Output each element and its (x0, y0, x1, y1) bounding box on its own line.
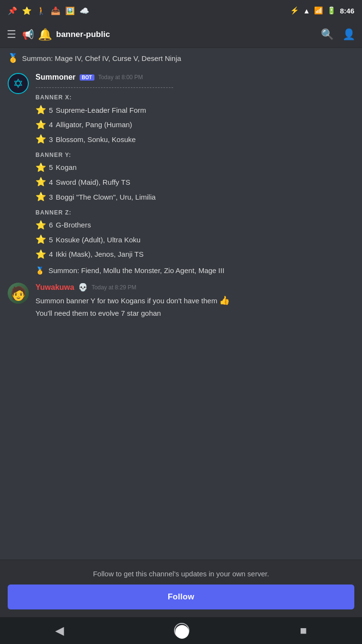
status-bar: 📌 ⭐ 🚶 📥 🖼️ ☁️ ⚡ ▲ 📶 🔋 8:46 (0, 0, 362, 21)
summoner-timestamp: Today at 8:00 PM (98, 74, 143, 81)
banner-y-label: BANNER Y: (35, 152, 354, 158)
wifi-icon: ▲ (303, 7, 310, 15)
banner-y-item-1: ⭐ 5 Kogan (35, 160, 354, 175)
bluetooth-icon: ⚡ (290, 6, 299, 15)
summon-inline-text: Summon: Fiend, Mollu the Monster, Zio Ag… (48, 266, 224, 274)
channel-info: 📢 🔔 banner-public (22, 28, 315, 41)
summoner-message-content: Summoner BOT Today at 8:00 PM ----------… (35, 73, 354, 275)
banner-x-item-1-text: Supreme-Leader Final Form (56, 104, 146, 117)
search-icon[interactable]: 🔍 (321, 28, 334, 41)
divider-line: ----------------------------------------… (35, 83, 354, 91)
summon-inline: 🥇 Summon: Fiend, Mollu the Monster, Zio … (35, 266, 354, 275)
summoner-username: Summoner (35, 73, 76, 82)
banner-y-item-2-text: Sword (Maid), Ruffy TS (56, 176, 130, 189)
bald-man-icon: 🧑 (10, 286, 27, 301)
toolbar-actions: 🔍 👤 (321, 28, 355, 41)
banner-z-item-1-text: G-Brothers (56, 219, 91, 231)
cloud-icon: ☁️ (80, 6, 89, 15)
star-icon-z3: ⭐ (35, 247, 46, 262)
yuwakuwa-message-content: Yuwakuwa 💀 Today at 8:29 PM Summon banne… (35, 283, 354, 319)
banner-x-item-3-text: Blossom, Sonku, Kosuke (56, 133, 136, 146)
star-of-david-icon: ✡ (13, 76, 23, 91)
banner-z-section: BANNER Z: ⭐ 6 G-Brothers ⭐ 5 Kosuke (Adu… (35, 209, 354, 262)
yuwakuwa-avatar: 🧑 (8, 283, 29, 304)
follow-button[interactable]: Follow (8, 584, 354, 609)
summoner-avatar: ✡ (8, 73, 29, 94)
banner-y-item-2: ⭐ 4 Sword (Maid), Ruffy TS (35, 175, 354, 190)
yuwakuwa-timestamp: Today at 8:29 PM (92, 284, 136, 291)
banner-y-item-2-stars: 4 (49, 176, 53, 189)
status-bar-right: ⚡ ▲ 📶 🔋 8:46 (290, 6, 354, 15)
top-summon-text: Summon: Mage IV, Chef IV, Curse V, Deser… (22, 54, 181, 62)
image-icon: 🖼️ (65, 6, 75, 15)
bell-icon: 🔔 (38, 28, 52, 41)
download-icon: 📥 (51, 6, 60, 15)
banner-y-item-1-text: Kogan (56, 161, 76, 174)
back-button[interactable]: ◀ (55, 624, 64, 637)
banner-x-item-1: ⭐ 5 Supreme-Leader Final Form (35, 103, 354, 118)
battery-icon: 🔋 (327, 6, 336, 15)
bottom-nav: ◀ ⬤ ■ (0, 617, 362, 644)
follow-section: Follow to get this channel's updates in … (0, 560, 362, 617)
thumbs-up-emoji: 👍 (219, 296, 230, 305)
profile-icon[interactable]: 👤 (342, 28, 355, 41)
banner-x-item-3-stars: 3 (49, 133, 53, 146)
banner-x-item-2-text: Alligator, Pang (Human) (56, 119, 132, 131)
hamburger-menu-icon[interactable]: ☰ (7, 28, 16, 41)
star-icon-3: ⭐ (35, 132, 46, 147)
star-icon-1: ⭐ (35, 103, 46, 118)
follow-description: Follow to get this channel's updates in … (93, 570, 269, 578)
banner-x-item-2-stars: 4 (49, 119, 53, 131)
channel-name[interactable]: banner-public (56, 30, 110, 39)
medal-emoji-top: 🥇 (8, 53, 18, 63)
medal-emoji-inline: 🥇 (35, 266, 45, 275)
banner-y-item-1-stars: 5 (49, 161, 53, 174)
banner-x-label: BANNER X: (35, 94, 354, 101)
banner-z-item-2-text: Kosuke (Adult), Ultra Koku (56, 234, 140, 246)
star-icon-y1: ⭐ (35, 160, 46, 175)
banner-x-section: BANNER X: ⭐ 5 Supreme-Leader Final Form … (35, 94, 354, 147)
pin-icon: 📌 (8, 6, 17, 15)
star-icon-y3: ⭐ (35, 190, 46, 204)
star-icon-2: ⭐ (35, 118, 46, 132)
signal-icon: 📶 (314, 6, 323, 15)
banner-z-item-3-text: Ikki (Mask), Jenos, Janji TS (56, 248, 143, 261)
banner-z-item-2: ⭐ 5 Kosuke (Adult), Ultra Koku (35, 232, 354, 247)
chat-area: 🥇 Summon: Mage IV, Chef IV, Curse V, Des… (0, 48, 362, 560)
banner-y-section: BANNER Y: ⭐ 5 Kogan ⭐ 4 Sword (Maid), Ru… (35, 152, 354, 204)
user-avatar-image: 🧑 (8, 283, 29, 304)
yuwakuwa-username: Yuwakuwa (35, 283, 74, 292)
banner-z-item-2-stars: 5 (49, 234, 53, 246)
banner-z-item-3: ⭐ 4 Ikki (Mask), Jenos, Janji TS (35, 247, 354, 262)
banner-y-item-3-stars: 3 (49, 191, 53, 203)
banner-x-item-1-stars: 5 (49, 104, 53, 117)
walk-icon: 🚶 (36, 6, 46, 15)
yuwakuwa-message-header: Yuwakuwa 💀 Today at 8:29 PM (35, 283, 354, 292)
banner-z-item-1: ⭐ 6 G-Brothers (35, 218, 354, 233)
yuwakuwa-line2: You'll need them to evolve 7 star gohan (35, 308, 354, 319)
star-icon: ⭐ (22, 6, 32, 15)
megaphone-icon: 📢 (22, 29, 34, 40)
time-display: 8:46 (340, 7, 354, 15)
banner-z-item-3-stars: 4 (49, 248, 53, 261)
star-icon-z2: ⭐ (35, 232, 46, 247)
banner-y-item-3-text: Boggi "The Clown", Uru, Limilia (56, 191, 155, 203)
banner-x-item-3: ⭐ 3 Blossom, Sonku, Kosuke (35, 132, 354, 147)
home-button[interactable]: ⬤ (174, 623, 189, 638)
summoner-message-header: Summoner BOT Today at 8:00 PM (35, 73, 354, 82)
recents-button[interactable]: ■ (300, 624, 307, 637)
toolbar: ☰ 📢 🔔 banner-public 🔍 👤 (0, 21, 362, 48)
star-icon-y2: ⭐ (35, 175, 46, 190)
skull-emoji: 💀 (78, 283, 88, 292)
star-icon-z1: ⭐ (35, 218, 46, 233)
banner-z-item-1-stars: 6 (49, 219, 53, 231)
banner-y-item-3: ⭐ 3 Boggi "The Clown", Uru, Limilia (35, 190, 354, 204)
summoner-message-group: ✡ Summoner BOT Today at 8:00 PM --------… (0, 67, 362, 277)
banner-x-item-2: ⭐ 4 Alligator, Pang (Human) (35, 118, 354, 132)
yuwakuwa-message-group: 🧑 Yuwakuwa 💀 Today at 8:29 PM Summon ban… (0, 277, 362, 321)
banner-z-label: BANNER Z: (35, 209, 354, 216)
yuwakuwa-line1: Summon banner Y for two Kogans if you do… (35, 294, 354, 308)
top-summon-line: 🥇 Summon: Mage IV, Chef IV, Curse V, Des… (0, 48, 362, 67)
status-bar-left: 📌 ⭐ 🚶 📥 🖼️ ☁️ (8, 6, 89, 15)
bot-badge: BOT (80, 74, 94, 81)
